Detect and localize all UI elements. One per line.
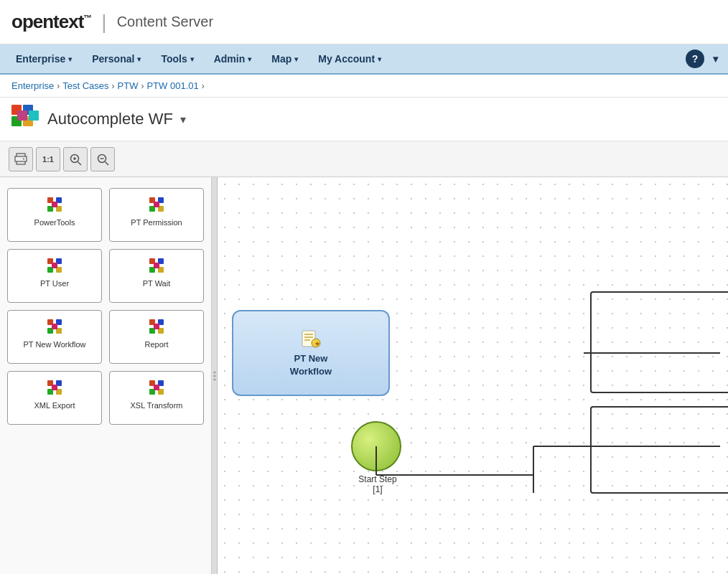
wf-item-xmlexport[interactable]: XML Export (7, 371, 102, 425)
ptwait-label: PT Wait (143, 278, 171, 288)
nav-tools[interactable]: Tools ▾ (151, 47, 203, 70)
start-step-label: Start Step[1] (338, 474, 417, 494)
page-title: Autocomplete WF (47, 110, 173, 128)
xmlexport-label: XML Export (34, 400, 75, 410)
xmlexport-icon (46, 379, 63, 396)
svg-line-11 (78, 161, 82, 165)
svg-rect-26 (154, 202, 159, 207)
bc-ptw[interactable]: PTW (118, 80, 139, 91)
ptuser-label: PT User (40, 278, 69, 288)
svg-line-15 (106, 161, 109, 165)
nav-map[interactable]: Map ▾ (261, 47, 308, 70)
start-step[interactable] (351, 421, 401, 471)
svg-rect-41 (52, 324, 57, 329)
splitter[interactable] (212, 177, 218, 574)
svg-text:★: ★ (314, 340, 320, 347)
wf-item-powertools[interactable]: PowerTools (7, 188, 102, 242)
ptpermission-icon (148, 196, 165, 213)
zoom-in-button[interactable] (63, 147, 88, 171)
navbar: Enterprise ▾ Personal ▾ Tools ▾ Admin ▾ … (0, 44, 728, 75)
nav-personal-arrow: ▾ (137, 55, 141, 63)
bc-sep-4: › (202, 81, 205, 91)
powertools-label: PowerTools (34, 217, 75, 227)
nav-help-group: ? ▾ (686, 50, 722, 68)
nav-tools-arrow: ▾ (190, 55, 194, 63)
nav-myaccount-label: My Account (318, 53, 375, 65)
zoom-in-icon (69, 153, 82, 166)
svg-point-59 (213, 378, 215, 380)
svg-rect-21 (52, 202, 57, 207)
ptwait-icon (148, 257, 165, 274)
canvas-node-ptnewworkflow-label: PT NewWorkflow (290, 352, 332, 378)
bc-enterprise[interactable]: Enterprise (11, 80, 54, 91)
header: opentext™ | Content Server (0, 0, 728, 44)
svg-point-9 (23, 158, 24, 159)
nav-enterprise-label: Enterprise (16, 53, 65, 65)
wf-item-ptpermission[interactable]: PT Permission (109, 188, 204, 242)
splitter-handle-icon (213, 365, 217, 387)
node-workflow-icon: ★ (301, 328, 321, 348)
nav-admin[interactable]: Admin ▾ (204, 47, 262, 70)
ptpermission-label: PT Permission (131, 217, 182, 227)
nav-more-arrow: ▾ (713, 53, 718, 65)
nav-enterprise[interactable]: Enterprise ▾ (6, 47, 82, 70)
svg-rect-46 (154, 324, 159, 329)
svg-rect-67 (591, 292, 728, 392)
nav-tools-label: Tools (161, 53, 187, 65)
nav-myaccount[interactable]: My Account ▾ (308, 47, 391, 70)
svg-rect-36 (154, 263, 159, 268)
nav-more[interactable]: ▾ (709, 50, 722, 67)
report-label: Report (144, 339, 168, 349)
svg-rect-56 (154, 385, 159, 390)
canvas-node-ptnewworkflow[interactable]: ★ PT NewWorkflow (232, 310, 390, 396)
fit-button[interactable]: 1:1 (36, 147, 60, 171)
nav-myaccount-arrow: ▾ (378, 55, 381, 63)
report-icon (148, 318, 165, 335)
nav-enterprise-arrow: ▾ (68, 55, 72, 63)
zoom-out-button[interactable] (90, 147, 115, 171)
main-area: PowerTools PT Permission PT User (0, 177, 728, 574)
svg-rect-4 (17, 110, 27, 121)
nav-map-arrow: ▾ (294, 55, 298, 63)
bc-sep-3: › (141, 81, 144, 91)
bc-ptw001[interactable]: PTW 001.01 (146, 80, 198, 91)
wf-item-ptuser[interactable]: PT User (7, 249, 102, 303)
logo-divider: | (101, 11, 106, 34)
nav-personal-label: Personal (92, 53, 134, 65)
page-title-dropdown[interactable]: ▾ (180, 113, 186, 126)
nav-admin-arrow: ▾ (248, 55, 251, 63)
canvas[interactable]: ★ PT NewWorkflow Start Step[1] (218, 177, 728, 574)
logo-brand: opentext™ (11, 11, 91, 33)
toolbar: 1:1 (0, 141, 728, 177)
page-icon (11, 105, 40, 133)
nav-admin-label: Admin (214, 53, 246, 65)
svg-rect-31 (52, 263, 57, 268)
logo: opentext™ | Content Server (11, 11, 213, 34)
powertools-icon (46, 196, 63, 213)
svg-rect-69 (591, 407, 728, 493)
help-button[interactable]: ? (686, 50, 704, 68)
bc-testcases[interactable]: Test Cases (62, 80, 108, 91)
breadcrumb: Enterprise › Test Cases › PTW › PTW 001.… (0, 75, 728, 98)
svg-point-57 (213, 371, 215, 373)
page-title-bar: Autocomplete WF ▾ (0, 98, 728, 141)
bc-sep-1: › (57, 81, 60, 91)
wf-item-report[interactable]: Report (109, 310, 204, 364)
print-icon (14, 153, 27, 166)
wf-item-ptwait[interactable]: PT Wait (109, 249, 204, 303)
ptnewworkflow-icon (46, 318, 63, 335)
print-button[interactable] (9, 147, 33, 171)
wf-item-ptnewworkflow[interactable]: PT New Workflow (7, 310, 102, 364)
svg-rect-5 (29, 110, 39, 121)
svg-point-58 (213, 375, 215, 377)
zoom-out-icon (96, 153, 109, 166)
wf-item-xsltransform[interactable]: XSL Transform (109, 371, 204, 425)
svg-rect-51 (52, 385, 57, 390)
nav-map-label: Map (271, 53, 291, 65)
ptnewworkflow-label: PT New Workflow (23, 339, 85, 349)
svg-rect-8 (15, 156, 27, 161)
xsltransform-icon (148, 379, 165, 396)
left-panel: PowerTools PT Permission PT User (0, 177, 212, 574)
nav-personal[interactable]: Personal ▾ (82, 47, 151, 70)
xsltransform-label: XSL Transform (131, 400, 183, 410)
